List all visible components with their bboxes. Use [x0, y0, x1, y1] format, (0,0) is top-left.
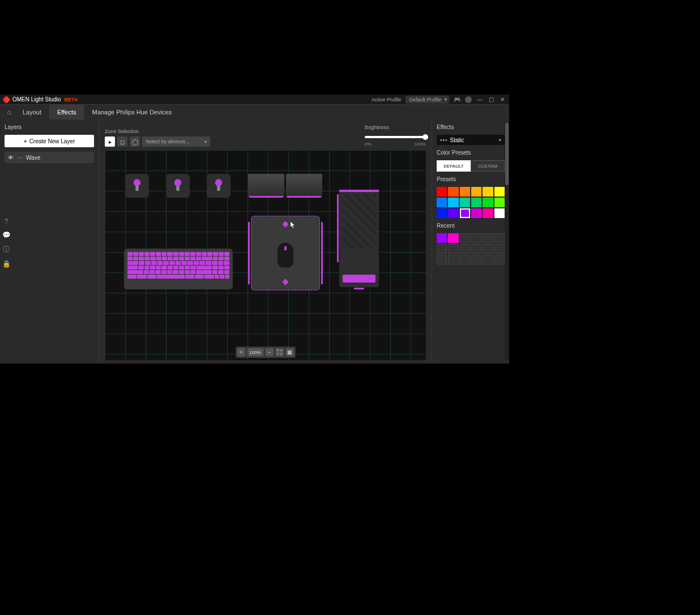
recent-heading: Recent: [437, 223, 505, 229]
device-mouse[interactable]: [278, 243, 293, 268]
tab-layout[interactable]: Layout: [15, 105, 49, 119]
device-monitor-2[interactable]: [286, 174, 322, 198]
preset-swatch[interactable]: [437, 198, 447, 207]
active-profile-dropdown[interactable]: Default Profile: [406, 96, 449, 104]
preset-tab-custom[interactable]: CUSTOM: [471, 160, 505, 172]
svg-rect-3: [176, 186, 179, 191]
marquee-tool-icon[interactable]: ◻: [117, 136, 127, 147]
maximize-button[interactable]: ▢: [488, 96, 494, 103]
grid-button[interactable]: ▦: [286, 348, 294, 356]
preset-swatch[interactable]: [437, 187, 447, 197]
zoom-out-button[interactable]: −: [266, 348, 274, 356]
zoom-value: 100%: [247, 348, 263, 356]
recent-swatch: [437, 255, 447, 264]
device-mousepad[interactable]: [251, 216, 320, 291]
slider-knob[interactable]: [422, 134, 428, 140]
preset-swatch[interactable]: [460, 208, 470, 218]
preset-swatch[interactable]: [483, 187, 493, 197]
tab-hue[interactable]: Manage Philips Hue Devices: [84, 105, 180, 119]
recent-swatch: [483, 255, 493, 264]
layers-heading: Layers: [5, 124, 94, 130]
recent-swatch[interactable]: [448, 233, 458, 243]
static-effect-icon: •••: [440, 137, 448, 143]
brightness-max: 100%: [415, 142, 426, 147]
recent-swatch: [483, 233, 493, 243]
recent-swatch: [471, 233, 481, 243]
preset-swatch[interactable]: [448, 198, 458, 207]
visibility-icon[interactable]: 👁: [8, 155, 14, 161]
zoom-controls: + 100% − ⛶ ▦: [236, 347, 296, 358]
presets-heading: Presets: [437, 176, 505, 182]
create-layer-button[interactable]: + Create New Layer: [5, 135, 94, 147]
lasso-tool-icon[interactable]: ◯: [130, 136, 140, 147]
recent-swatch: [448, 255, 458, 264]
preset-swatch[interactable]: [471, 187, 481, 197]
effect-type-dropdown[interactable]: ••• Static: [437, 135, 505, 145]
effects-heading: Effects: [437, 124, 505, 130]
svg-point-0: [134, 179, 141, 186]
device-select-dropdown[interactable]: Select by devices...: [142, 136, 210, 147]
feedback-icon[interactable]: 💬: [2, 231, 11, 239]
device-bulb-1[interactable]: [125, 174, 149, 198]
preset-swatch[interactable]: [448, 187, 458, 197]
more-icon[interactable]: ⋯: [17, 155, 23, 161]
gamepad-icon[interactable]: 🎮: [454, 96, 460, 103]
effects-panel: Effects ••• Static Color Presets DEFAULT…: [432, 119, 509, 364]
preset-tab-default[interactable]: DEFAULT: [437, 160, 471, 172]
preset-swatch[interactable]: [437, 208, 447, 218]
user-avatar-icon[interactable]: [465, 96, 472, 103]
layers-panel: Layers + Create New Layer 👁 ⋯ Wave: [0, 119, 99, 364]
preset-swatch[interactable]: [494, 208, 505, 218]
device-bulb-3[interactable]: [207, 174, 231, 198]
minimize-button[interactable]: —: [476, 96, 483, 103]
preset-swatch[interactable]: [483, 198, 493, 207]
device-bulb-2[interactable]: [166, 174, 190, 198]
preset-swatch[interactable]: [494, 198, 505, 207]
recent-swatch: [494, 244, 505, 254]
recent-swatch: [437, 244, 447, 254]
device-monitor-1[interactable]: [248, 174, 284, 198]
preset-swatch[interactable]: [471, 208, 481, 218]
device-canvas[interactable]: [105, 150, 426, 360]
app-window: OMEN Light Studio BETA Active Profile De…: [0, 95, 509, 364]
svg-point-2: [174, 179, 182, 186]
preset-swatch[interactable]: [460, 187, 470, 197]
home-icon[interactable]: ⌂: [3, 105, 15, 119]
preset-swatch[interactable]: [460, 198, 470, 207]
preset-swatch[interactable]: [483, 208, 493, 218]
layer-item[interactable]: 👁 ⋯ Wave: [5, 152, 94, 163]
recent-swatch: [460, 233, 470, 243]
recent-swatch-grid: [437, 233, 505, 264]
close-button[interactable]: ✕: [499, 96, 506, 103]
workspace: Zone Selection ▸ ◻ ◯ Select by devices..…: [99, 119, 432, 364]
device-keyboard[interactable]: [124, 249, 233, 289]
tab-bar: ⌂ Layout Effects Manage Philips Hue Devi…: [0, 104, 509, 119]
plus-icon: +: [24, 138, 27, 144]
titlebar: OMEN Light Studio BETA Active Profile De…: [0, 95, 509, 104]
recent-swatch[interactable]: [437, 233, 447, 243]
recent-swatch: [494, 255, 505, 264]
preset-swatch[interactable]: [448, 208, 458, 218]
svg-point-4: [215, 179, 223, 186]
brightness-slider[interactable]: [365, 136, 426, 138]
preset-swatch[interactable]: [494, 187, 505, 197]
device-tower[interactable]: [339, 190, 379, 287]
lock-icon[interactable]: 🔒: [2, 260, 11, 268]
led-node-icon[interactable]: [282, 221, 288, 227]
brightness-label: Brightness: [365, 125, 426, 130]
app-title: OMEN Light Studio: [12, 96, 61, 103]
recent-swatch: [483, 244, 493, 254]
preset-swatch[interactable]: [471, 198, 481, 207]
tab-effects[interactable]: Effects: [49, 105, 84, 119]
zoom-in-button[interactable]: +: [237, 348, 245, 356]
recent-swatch: [471, 244, 481, 254]
fit-button[interactable]: ⛶: [276, 348, 284, 356]
pointer-tool-icon[interactable]: ▸: [105, 136, 115, 147]
color-presets-heading: Color Presets: [437, 150, 505, 156]
left-rail: ? 💬 ⓘ 🔒: [0, 217, 12, 268]
info-icon[interactable]: ⓘ: [3, 245, 10, 254]
vertical-scrollbar[interactable]: [505, 123, 509, 360]
svg-rect-5: [217, 186, 220, 191]
help-icon[interactable]: ?: [5, 217, 8, 225]
led-node-icon[interactable]: [282, 279, 288, 285]
